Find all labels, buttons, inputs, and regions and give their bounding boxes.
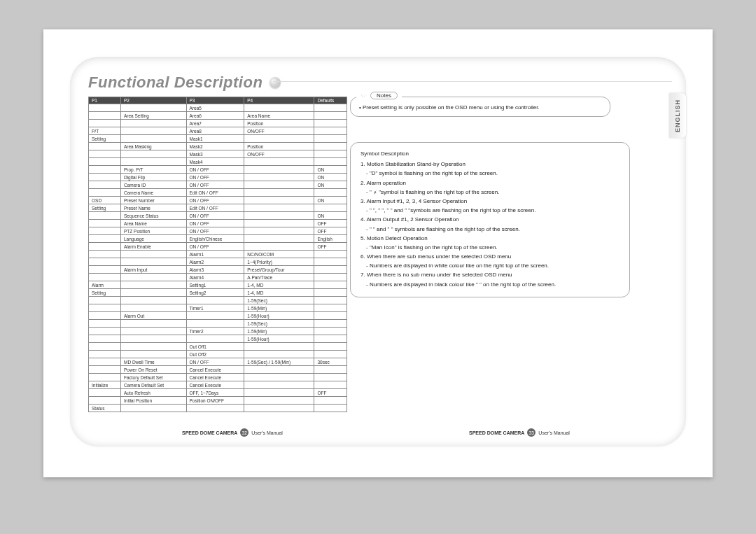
table-cell: OFF: [314, 227, 347, 235]
table-cell: [120, 127, 186, 135]
table-cell: Prop. P/T: [120, 166, 186, 174]
table-cell: [314, 266, 347, 274]
table-cell: ON: [314, 181, 347, 189]
table-cell: OSD: [89, 197, 121, 204]
table-row: 1-59(Sec): [89, 297, 347, 304]
table-row: Camera IDON / OFFON: [89, 181, 347, 189]
table-row: SettingPreset NameEdit ON / OFF: [89, 204, 347, 212]
symbol-item: 3. Alarm Input #1, 2, 3, 4 Sensor Operat…: [360, 197, 620, 205]
table-cell: Mask2: [186, 143, 244, 150]
page-title: Functional Description: [88, 73, 262, 92]
table-cell: [244, 343, 314, 351]
table-cell: [314, 289, 347, 297]
hand-pointing-icon: ☞: [360, 92, 368, 99]
table-cell: 1-4, MD: [244, 289, 314, 297]
table-cell: OFF, 1~7Days: [186, 389, 244, 397]
symbol-sub: - " " and " " symbols are flashing on th…: [360, 225, 620, 233]
table-cell: Area Masking: [120, 143, 186, 150]
table-cell: [120, 320, 186, 328]
table-header: P2: [120, 97, 186, 104]
table-cell: 1~4(Priority): [244, 258, 314, 266]
table-cell: [120, 135, 186, 143]
table-cell: [89, 189, 121, 197]
table-cell: [314, 274, 347, 281]
notes-box: ☞ Notes • Preset setting is only possibl…: [350, 97, 610, 117]
page-number-badge: 32: [240, 428, 248, 437]
table-cell: [89, 397, 121, 405]
table-cell: [244, 212, 314, 220]
table-cell: Language: [120, 235, 186, 243]
table-row: Out Off2: [89, 351, 347, 358]
table-cell: Area Name: [120, 220, 186, 227]
table-cell: [89, 220, 121, 227]
table-cell: [89, 274, 121, 281]
table-header: P1: [89, 97, 121, 104]
symbol-sub: - "Man Icon" is flashing on the right to…: [360, 244, 620, 251]
table-cell: A.Pan/Trace: [244, 274, 314, 281]
table-cell: Setting: [89, 289, 121, 297]
table-row: Alarm Out1-59(Hour): [89, 312, 347, 320]
table-cell: 1-59(Hour): [244, 335, 314, 343]
table-cell: Camera Default Set: [120, 381, 186, 389]
table-cell: ON / OFF: [186, 166, 244, 174]
table-row: Timer21-59(Min): [89, 328, 347, 335]
table-cell: Preset/Group/Tour: [244, 266, 314, 274]
table-cell: ON / OFF: [186, 243, 244, 251]
table-cell: Area7: [186, 120, 244, 127]
table-cell: [120, 251, 186, 258]
symbol-sub: - "D" symbol is flashing on the right to…: [360, 169, 620, 177]
table-cell: [89, 297, 121, 304]
table-cell: [120, 289, 186, 297]
notes-body: • Preset setting is only possible on the…: [351, 97, 610, 116]
table-row: Initial PositionPosition ON/OFF: [89, 397, 347, 405]
table-cell: 30sec: [314, 358, 347, 366]
table-row: LanguageEnglish/ChineseEnglish: [89, 235, 347, 243]
table-cell: ON / OFF: [186, 220, 244, 227]
table-cell: Area Name: [244, 112, 314, 120]
table-cell: [89, 351, 121, 358]
table-cell: [314, 150, 347, 158]
lightning-icon: ⚡︎: [373, 189, 377, 197]
table-cell: 1-59(Sec) / 1-59(Min): [244, 358, 314, 366]
notes-badge: ☞ Notes: [356, 92, 402, 99]
table-cell: Area5: [186, 104, 244, 112]
table-cell: [120, 335, 186, 343]
table-cell: Timer1: [186, 304, 244, 312]
table-cell: ON: [314, 197, 347, 204]
symbol-item: 1. Motion Stabilization Stand-by Operati…: [360, 160, 620, 168]
table-row: Power On ResetCancel Execute: [89, 366, 347, 374]
symbol-item: 7. When there is no sub menu under the s…: [360, 271, 620, 279]
table-row: Alarm1NC/NO/COM: [89, 251, 347, 258]
table-row: OSDPreset NumberON / OFFON: [89, 197, 347, 204]
table-cell: [89, 304, 121, 312]
table-row: Area MaskingMask2Position: [89, 143, 347, 150]
table-cell: Timer2: [186, 328, 244, 335]
table-cell: [314, 281, 347, 289]
table-cell: [314, 343, 347, 351]
table-cell: English/Chinese: [186, 235, 244, 243]
table-cell: [314, 112, 347, 120]
table-cell: [314, 258, 347, 266]
table-cell: [314, 143, 347, 150]
table-cell: [89, 235, 121, 243]
table-cell: Camera Name: [120, 189, 186, 197]
table-cell: Mask4: [186, 158, 244, 166]
table-cell: Cancel Execute: [186, 366, 244, 374]
table-cell: MD Dwell Time: [120, 358, 186, 366]
table-cell: [244, 158, 314, 166]
table-cell: ON / OFF: [186, 227, 244, 235]
content-card: Functional Description ENGLISH P1P2P3P4D…: [70, 57, 686, 447]
table-cell: P/T: [89, 127, 121, 135]
table-cell: Edit ON / OFF: [186, 204, 244, 212]
table-cell: 1-59(Min): [244, 304, 314, 312]
footer-manual: User's Manual: [538, 430, 570, 435]
header-divider: [273, 81, 672, 82]
table-cell: [314, 204, 347, 212]
table-cell: [89, 143, 121, 150]
table-cell: Alarm4: [186, 274, 244, 281]
table-cell: [89, 389, 121, 397]
table-cell: [244, 104, 314, 112]
table-cell: [89, 181, 121, 189]
table-cell: Cancel Execute: [186, 381, 244, 389]
table-cell: [89, 358, 121, 366]
